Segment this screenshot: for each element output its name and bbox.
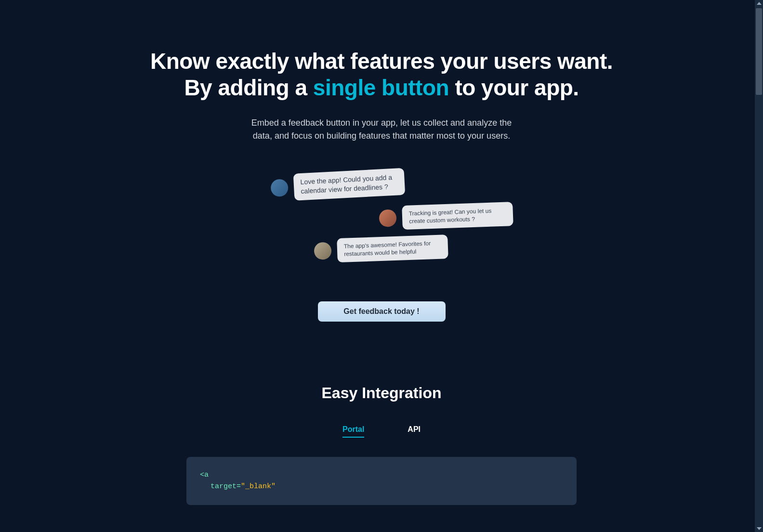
tab-portal[interactable]: Portal [342,425,364,438]
message-bubble: Tracking is great! Can you let us create… [402,202,513,230]
hero-title-line1: Know exactly what features your users wa… [150,49,613,74]
hero-title-line2-before: By adding a [184,75,313,100]
integration-title: Easy Integration [88,384,675,402]
message-row: Tracking is great! Can you let us create… [379,202,513,231]
scrollbar[interactable] [755,0,763,532]
hero-title-accent: single button [313,75,449,100]
integration-section: Easy Integration Portal API <a target="_… [88,384,675,505]
avatar [379,209,396,227]
scroll-up-icon[interactable] [757,2,762,5]
tab-api[interactable]: API [408,425,421,438]
code-line: target="_blank" [200,481,563,493]
message-row: The app's awesome! Favorites for restaur… [314,235,448,264]
scrollbar-thumb[interactable] [756,8,762,95]
code-tag: <a [200,471,209,479]
hero-subtitle: Embed a feedback button in your app, let… [247,117,516,143]
get-feedback-button[interactable]: Get feedback today ! [318,301,446,322]
code-attr-value: "_blank" [241,482,276,491]
avatar [270,179,289,197]
feedback-messages: Love the app! Could you add a calendar v… [165,171,598,272]
scroll-down-icon[interactable] [757,527,762,530]
integration-tabs: Portal API [88,425,675,438]
code-block: <a target="_blank" [186,457,577,505]
hero-section: Know exactly what features your users wa… [88,0,675,322]
code-attr-name: target= [210,482,241,491]
hero-title-line2-after: to your app. [449,75,579,100]
code-line: <a [200,469,563,481]
avatar [314,242,331,260]
message-bubble: Love the app! Could you add a calendar v… [293,168,406,201]
message-row: Love the app! Could you add a calendar v… [270,168,406,202]
message-bubble: The app's awesome! Favorites for restaur… [337,235,448,263]
hero-title: Know exactly what features your users wa… [88,48,675,101]
